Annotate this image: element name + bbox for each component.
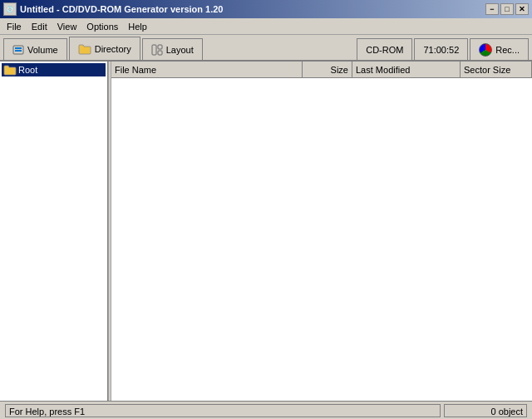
- tab-layout-label: Layout: [166, 45, 194, 55]
- tab-directory-label: Directory: [95, 44, 131, 54]
- menu-view[interactable]: View: [52, 20, 82, 33]
- toolbar: Volume Directory Layout CD-ROM 71:00:52 …: [0, 35, 532, 62]
- cd-icon: [479, 43, 492, 57]
- layout-icon: [151, 44, 163, 56]
- directory-icon: [78, 43, 91, 55]
- status-bar: For Help, press F1 0 object: [0, 401, 532, 419]
- file-list-header: File Name Size Last Modified Sector Size: [111, 62, 532, 78]
- tab-cdrom-label: CD-ROM: [366, 45, 403, 55]
- svg-rect-5: [158, 51, 162, 55]
- minimize-button[interactable]: −: [485, 3, 499, 15]
- tree-root-item[interactable]: Root: [2, 63, 106, 76]
- volume-icon: [12, 44, 24, 56]
- title-bar-left: 💿 Untitled - CD/DVD-ROM Generator versio…: [3, 2, 224, 16]
- menu-file[interactable]: File: [2, 20, 27, 33]
- menu-help[interactable]: Help: [123, 20, 152, 33]
- column-header-modified[interactable]: Last Modified: [352, 62, 461, 78]
- time-display: 71:00:52: [423, 45, 459, 55]
- tab-volume[interactable]: Volume: [3, 38, 67, 60]
- root-label: Root: [18, 65, 37, 75]
- menu-options[interactable]: Options: [81, 20, 123, 33]
- tab-record-label: Rec...: [495, 45, 520, 55]
- column-header-size[interactable]: Size: [303, 62, 352, 78]
- root-folder-icon: [3, 64, 17, 76]
- tab-cdrom[interactable]: CD-ROM: [357, 38, 412, 60]
- menu-edit[interactable]: Edit: [27, 20, 52, 33]
- tab-volume-label: Volume: [27, 45, 58, 55]
- svg-rect-2: [15, 50, 22, 52]
- window-title: Untitled - CD/DVD-ROM Generator version …: [20, 4, 224, 14]
- title-bar: 💿 Untitled - CD/DVD-ROM Generator versio…: [0, 0, 532, 18]
- file-list-content: [111, 78, 532, 401]
- column-header-name[interactable]: File Name: [111, 62, 303, 78]
- app-icon: 💿: [3, 2, 17, 16]
- close-button[interactable]: ✕: [515, 3, 529, 15]
- file-panel: File Name Size Last Modified Sector Size: [111, 62, 532, 401]
- status-help-text: For Help, press F1: [5, 404, 441, 417]
- tree-panel: Root: [0, 62, 108, 401]
- title-bar-buttons: − □ ✕: [485, 3, 529, 15]
- svg-rect-4: [158, 45, 162, 49]
- tab-layout[interactable]: Layout: [142, 38, 203, 60]
- column-header-sector[interactable]: Sector Size: [461, 62, 532, 78]
- status-object-count: 0 object: [444, 404, 527, 417]
- menu-bar: File Edit View Options Help: [0, 18, 532, 35]
- svg-rect-1: [15, 47, 22, 49]
- tab-directory[interactable]: Directory: [69, 37, 140, 60]
- svg-rect-3: [152, 45, 156, 55]
- tab-record[interactable]: Rec...: [470, 38, 529, 60]
- restore-button[interactable]: □: [500, 3, 514, 15]
- tab-time: 71:00:52: [414, 38, 468, 60]
- main-content: Root File Name Size Last Modified Sector…: [0, 62, 532, 401]
